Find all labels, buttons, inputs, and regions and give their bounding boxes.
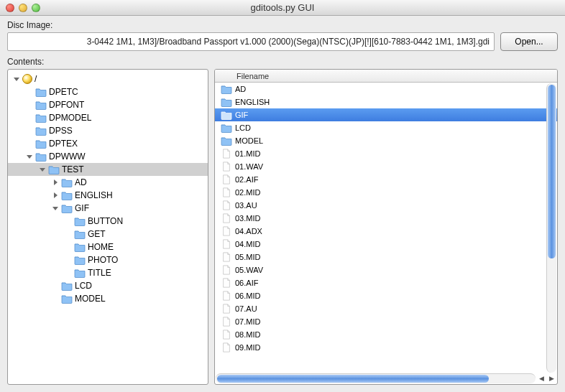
- file-icon: [221, 317, 232, 327]
- file-icon: [221, 187, 232, 197]
- disclosure-triangle-icon[interactable]: [52, 192, 59, 199]
- folder-icon: [35, 100, 47, 110]
- list-item[interactable]: 05.WAV: [215, 263, 557, 276]
- list-item[interactable]: 04.MID: [215, 238, 557, 251]
- list-item[interactable]: 07.AU: [215, 302, 557, 315]
- folder-icon: [35, 87, 47, 97]
- tree-item[interactable]: BUTTON: [8, 215, 208, 228]
- list-item[interactable]: GIF: [215, 108, 557, 121]
- tree-item[interactable]: GIF: [8, 202, 208, 215]
- list-item-label: 07.MID: [235, 317, 260, 326]
- list-item[interactable]: AD: [215, 83, 557, 95]
- file-icon: [221, 162, 232, 172]
- list-item[interactable]: 03.MID: [215, 212, 557, 225]
- list-item[interactable]: 08.MID: [215, 328, 557, 341]
- tree-item-label: ENGLISH: [75, 190, 113, 200]
- tree-root[interactable]: /: [8, 73, 208, 85]
- file-icon: [221, 304, 232, 314]
- list-item[interactable]: 01.WAV: [215, 160, 557, 173]
- disclosure-triangle-icon[interactable]: [13, 75, 20, 83]
- list-item-label: 02.AIF: [235, 175, 258, 184]
- tree-item-label: TITLE: [88, 268, 111, 278]
- list-item-label: GIF: [235, 111, 248, 119]
- file-list[interactable]: Filename ADENGLISHGIFLCDMODEL01.MID01.WA…: [214, 69, 558, 385]
- list-item[interactable]: 02.AIF: [215, 173, 557, 186]
- folder-icon: [35, 151, 47, 162]
- tree-item[interactable]: TITLE: [8, 266, 208, 279]
- list-item[interactable]: 02.MID: [215, 186, 557, 199]
- list-item-label: ENGLISH: [235, 98, 270, 106]
- folder-icon: [74, 255, 86, 265]
- tree-item[interactable]: DPTEX: [8, 137, 208, 150]
- tree-item[interactable]: TEST: [8, 163, 208, 176]
- tree-item[interactable]: MODEL: [8, 292, 208, 305]
- list-item-label: LCD: [235, 123, 251, 132]
- tree-item[interactable]: GET: [8, 228, 208, 241]
- list-item[interactable]: 01.MID: [215, 147, 557, 160]
- disclosure-triangle-icon[interactable]: [52, 179, 59, 186]
- list-item[interactable]: ENGLISH: [215, 95, 557, 108]
- list-item[interactable]: 06.MID: [215, 289, 557, 302]
- tree-item[interactable]: DPMODEL: [8, 111, 208, 124]
- list-item[interactable]: 03.AU: [215, 199, 557, 212]
- tree-item-label: GET: [88, 229, 106, 239]
- file-icon: [221, 252, 232, 262]
- tree-item[interactable]: DPWWW: [8, 150, 208, 163]
- list-item[interactable]: 09.MID: [215, 341, 557, 354]
- list-item-label: 01.WAV: [235, 162, 263, 171]
- list-item-label: 08.MID: [235, 330, 260, 339]
- tree-item[interactable]: DPSS: [8, 124, 208, 137]
- list-item[interactable]: 07.MID: [215, 315, 557, 328]
- tree-item[interactable]: PHOTO: [8, 253, 208, 266]
- list-item-label: AD: [235, 85, 246, 93]
- tree-item[interactable]: DPETC: [8, 85, 208, 98]
- file-icon: [221, 174, 232, 185]
- list-item-label: 05.WAV: [235, 266, 263, 274]
- tree-item[interactable]: ENGLISH: [8, 189, 208, 202]
- list-item-label: 04.MID: [235, 240, 260, 248]
- list-item-label: MODEL: [235, 136, 263, 145]
- disclosure-triangle-icon[interactable]: [52, 205, 59, 212]
- tree-item[interactable]: AD: [8, 176, 208, 189]
- list-item[interactable]: LCD: [215, 121, 557, 134]
- folder-icon: [61, 203, 73, 213]
- tree-item[interactable]: HOME: [8, 241, 208, 253]
- disc-image-path-input[interactable]: 3-0442 1M1, 1M3]/Broadband Passport v1.0…: [7, 32, 495, 51]
- scroll-left-icon[interactable]: ◀: [536, 373, 546, 383]
- list-item-label: 06.MID: [235, 291, 260, 300]
- disclosure-triangle-icon[interactable]: [39, 166, 46, 173]
- open-button[interactable]: Open...: [500, 32, 558, 51]
- tree-item-label: DPFONT: [49, 100, 84, 110]
- tree-item-label: LCD: [75, 281, 92, 291]
- folder-icon: [74, 216, 86, 226]
- list-item[interactable]: 06.AIF: [215, 276, 557, 289]
- tree-item-label: DPTEX: [49, 139, 78, 149]
- list-header-filename[interactable]: Filename: [215, 70, 557, 83]
- scrollbar-thumb[interactable]: [217, 375, 489, 383]
- file-icon: [221, 226, 232, 236]
- list-item[interactable]: 04.ADX: [215, 225, 557, 238]
- list-item-label: 03.MID: [235, 214, 260, 223]
- horizontal-scrollbar[interactable]: [216, 373, 536, 383]
- scrollbar-thumb[interactable]: [548, 85, 556, 258]
- folder-icon: [74, 242, 86, 252]
- scroll-right-icon[interactable]: ▶: [546, 373, 556, 383]
- tree-item-label: BUTTON: [88, 216, 123, 226]
- disc-image-label: Disc Image:: [7, 20, 558, 30]
- list-item[interactable]: MODEL: [215, 134, 557, 147]
- list-item-label: 05.MID: [235, 253, 260, 261]
- list-item-label: 09.MID: [235, 343, 260, 352]
- list-item-label: 02.MID: [235, 188, 260, 197]
- disclosure-triangle-icon[interactable]: [26, 153, 33, 160]
- contents-label: Contents:: [7, 57, 558, 67]
- list-item[interactable]: 05.MID: [215, 251, 557, 263]
- scroll-arrows[interactable]: ◀▶: [536, 373, 556, 383]
- tree-item[interactable]: LCD: [8, 279, 208, 292]
- tree-item[interactable]: DPFONT: [8, 98, 208, 111]
- file-icon: [221, 278, 232, 288]
- tree-item-label: TEST: [62, 164, 84, 174]
- tree-view[interactable]: /DPETCDPFONTDPMODELDPSSDPTEXDPWWWTESTADE…: [7, 69, 208, 385]
- folder-icon: [61, 294, 73, 304]
- file-icon: [221, 239, 232, 249]
- vertical-scrollbar[interactable]: [546, 83, 556, 373]
